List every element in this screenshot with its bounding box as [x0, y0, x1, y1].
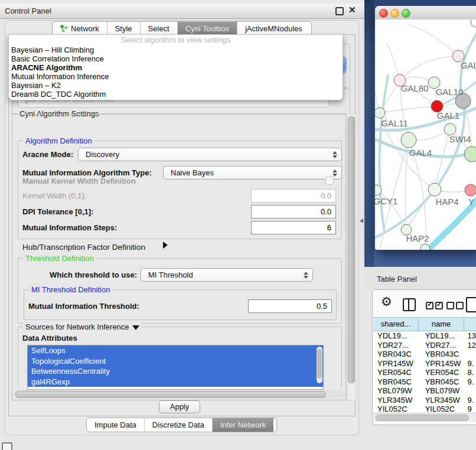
attribute-list-item[interactable]: SelfLoops	[28, 345, 323, 356]
table-cell: YDR27...	[373, 341, 421, 350]
settings-vertical-scrollbar[interactable]	[347, 113, 356, 400]
attributes-scrollbar[interactable]	[317, 347, 322, 383]
mi-threshold-label: Mutual Information Threshold:	[28, 302, 139, 311]
table-row[interactable]: YIL052CYIL052C9	[373, 405, 476, 413]
scrollbar-thumb[interactable]	[15, 391, 326, 398]
node-big-green[interactable]	[464, 146, 476, 162]
node-GAL4[interactable]	[401, 132, 416, 148]
network-edge[interactable]	[380, 106, 437, 113]
network-edge[interactable]	[435, 129, 450, 190]
node-GAL11[interactable]	[375, 107, 385, 118]
network-node-label: GAL10	[436, 87, 464, 97]
table-cell: 9.	[465, 377, 476, 387]
network-canvas[interactable]: GAL8GAL80GAL10GAL1GAL11GAL4SWI4GCY1HAP4Y…	[375, 19, 476, 250]
algorithm-popup-item[interactable]: Basic Correlation Inference	[9, 54, 343, 63]
tab-discretize-data[interactable]: Discretize Data	[145, 418, 213, 432]
column-header-shared-name[interactable]: shared...	[373, 318, 419, 331]
network-node-label: HAP2	[406, 233, 429, 243]
dpi-tolerance-field[interactable]: 0.0	[251, 205, 336, 219]
scrollbar-thumb[interactable]	[348, 116, 355, 383]
network-edge[interactable]	[407, 24, 458, 56]
tab-network[interactable]: Network	[53, 22, 107, 35]
tab-cyni-toolbox[interactable]: Cyni Toolbox	[178, 22, 237, 35]
which-threshold-combobox[interactable]: MI Threshold	[141, 268, 313, 282]
panel-splitter-arrow[interactable]	[360, 219, 363, 223]
minimize-traffic-light[interactable]	[390, 9, 399, 18]
column-header-name[interactable]: name	[419, 318, 464, 331]
node-Y-cut[interactable]	[465, 184, 476, 196]
mi-threshold-field[interactable]: 0.5	[248, 299, 332, 313]
table-row[interactable]: YBR043CYBR043C	[373, 350, 476, 359]
table-row[interactable]: YLR345WYLR345W9.	[373, 396, 476, 405]
deselect-all-checks-icon[interactable]	[446, 302, 465, 311]
tab-impute-data[interactable]: Impute Data	[87, 418, 145, 432]
select-all-checks-icon[interactable]	[426, 302, 445, 311]
table-cell: 12	[465, 341, 476, 350]
collapsed-arrow-icon[interactable]	[163, 242, 168, 249]
algorithm-popup-item[interactable]: Dream8 DC_TDC Algorithm	[9, 90, 343, 99]
node-top-cut[interactable]	[471, 19, 476, 27]
table-cell: YBR045C	[421, 377, 465, 387]
network-edge[interactable]	[379, 76, 388, 232]
algorithm-popup-item[interactable]: Mutual Information Inference	[9, 72, 343, 81]
tab-infer-network[interactable]: Infer Network	[213, 418, 273, 432]
attribute-list-item[interactable]: gal4RGexp	[28, 377, 323, 387]
table-cell: YBR045C	[373, 377, 421, 387]
node-HAP4[interactable]	[428, 183, 441, 196]
which-threshold-label: Which threshold to use:	[50, 270, 137, 279]
apply-button[interactable]: Apply	[159, 400, 200, 413]
kernel-width-field[interactable]: 0.0	[251, 189, 336, 203]
algorithm-popup-item[interactable]: Bayesian – Hill Climbing	[9, 45, 343, 54]
table-cell: YDL19...	[373, 331, 421, 341]
tab-network-label: Network	[71, 24, 99, 33]
node-bottom[interactable]	[420, 244, 430, 250]
tab-select[interactable]: Select	[141, 22, 178, 35]
node-SWI4[interactable]	[444, 123, 456, 135]
close-traffic-light[interactable]	[379, 9, 388, 18]
network-edge[interactable]	[375, 76, 380, 113]
column-header-cut[interactable]	[464, 318, 476, 331]
settings-horizontal-scrollbar[interactable]	[13, 390, 344, 398]
dpi-tolerance-label: DPI Tolerance [0,1]:	[22, 207, 93, 216]
table-row[interactable]: YPR145WYPR145W9.	[373, 359, 476, 369]
hub-definition-label[interactable]: Hub/Transcription Factor Definition	[22, 243, 145, 252]
table-row[interactable]: YDL19...YDL19...13	[373, 331, 476, 341]
columns-icon[interactable]	[403, 298, 416, 311]
table-cell: YBL079W	[421, 386, 465, 396]
table-cell: YER054C	[421, 368, 465, 377]
table-row[interactable]: YER054CYER054C8.	[373, 368, 476, 377]
algorithm-popup-list: Bayesian – Hill ClimbingBasic Correlatio…	[9, 45, 343, 99]
zoom-traffic-light[interactable]	[402, 9, 410, 18]
table-horizontal-scrollbar[interactable]	[373, 413, 476, 422]
algorithm-popup-item[interactable]: Bayesian – K2	[9, 81, 343, 90]
tab-style[interactable]: Style	[107, 22, 141, 35]
network-node-label: GAL1	[437, 110, 459, 120]
mi-algorithm-type-combobox[interactable]: Naive Bayes	[163, 166, 342, 180]
algorithm-popup-item[interactable]: ARACNE Algorithm	[9, 63, 343, 72]
mi-steps-field[interactable]: 6	[251, 221, 336, 234]
table-cell: 8.	[465, 368, 476, 377]
network-edge[interactable]	[400, 56, 458, 80]
gear-icon[interactable]: ⚙	[381, 295, 392, 309]
scrollbar-thumb[interactable]	[376, 415, 469, 421]
table-row[interactable]: YBL079WYBL079W	[373, 386, 476, 396]
aracne-mode-combobox[interactable]: Discovery	[78, 148, 342, 161]
close-icon[interactable]: ✕	[348, 5, 356, 15]
node-table: shared... name YDL19...YDL19...13YDR27..…	[373, 317, 476, 413]
data-attributes-label: Data Attributes	[22, 334, 77, 343]
manual-kernel-width-checkbox[interactable]	[325, 177, 334, 185]
table-mode-icon[interactable]	[466, 297, 476, 312]
minimized-panel-icon[interactable]	[2, 442, 12, 450]
float-window-icon[interactable]	[335, 7, 344, 15]
attribute-list-item[interactable]: BetweennessCentrality	[28, 366, 323, 377]
network-node-label: GAL4	[409, 148, 432, 158]
attribute-list-item[interactable]: TopologicalCoefficient	[28, 356, 323, 367]
expanded-arrow-icon[interactable]	[132, 325, 139, 330]
table-row[interactable]: YDR27...YDR27...12	[373, 341, 476, 350]
network-view-window[interactable]: GAL8GAL80GAL10GAL1GAL11GAL4SWI4GCY1HAP4Y…	[375, 6, 476, 250]
tab-jactivemnodules[interactable]: jActiveMNodules	[237, 22, 310, 35]
table-cell	[465, 386, 476, 396]
table-row[interactable]: YBR045CYBR045C9.	[373, 377, 476, 387]
data-attributes-list[interactable]: SelfLoopsTopologicalCoefficientBetweenne…	[27, 345, 324, 390]
table-cell: YBL079W	[373, 386, 421, 396]
